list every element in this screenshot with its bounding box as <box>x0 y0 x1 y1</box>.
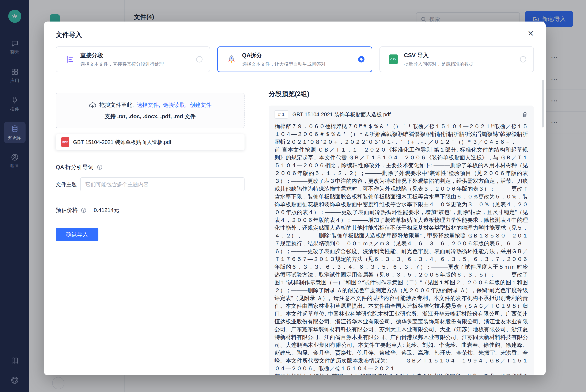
mode-title: QA拆分 <box>242 52 326 59</box>
price-value: 0.41214元 <box>94 206 119 214</box>
chunk-text: 㭵椊犛７９．０６０㮔椊犛㮸７０!“＃＄％＆＇（）＇＊㗇㭸／㮈１５１０４—２０２１… <box>275 122 528 375</box>
info-icon[interactable] <box>97 164 103 170</box>
link-fetch-link[interactable]: 链接读取, <box>163 101 187 109</box>
select-file-link[interactable]: 选择文件, <box>137 101 160 109</box>
rocket-icon <box>226 54 237 64</box>
mode-radio[interactable] <box>520 56 526 62</box>
help-icon[interactable] <box>81 207 87 213</box>
pdf-file-icon: PDF <box>61 137 69 147</box>
chunk-index-badge: # 1 <box>275 110 288 119</box>
price-label: 预估价格 <box>56 206 78 214</box>
mode-card-csv-import[interactable]: CSV CSV 导入 批量导入问答对，是最精准的数据 <box>379 46 534 72</box>
mode-desc: 选择文本文件，直接将其按分段进行处理 <box>80 61 164 67</box>
csv-file-icon: CSV <box>388 54 398 64</box>
mode-radio[interactable] <box>196 56 203 62</box>
preview-title: 分段预览(2组) <box>269 90 534 98</box>
mode-radio-selected[interactable] <box>358 56 364 62</box>
preview-chunk-card: # 1 GBT 15104-2021 装饰单板贴面人造板.pdf 㭵椊犛７９．０… <box>269 106 534 375</box>
topic-input[interactable] <box>80 177 245 191</box>
import-mode-cards: 直接分段 选择文本文件，直接将其按分段进行处理 QA拆分 选择文本文件，让大模型… <box>56 46 534 72</box>
uploaded-file-item[interactable]: PDF GBT 15104-2021 装饰单板贴面人造板.pdf <box>56 134 245 150</box>
mode-title: CSV 导入 <box>404 52 474 59</box>
mode-desc: 选择文本文件，让大模型自动生成问答对 <box>242 61 326 67</box>
qa-prompt-label: QA 拆分引导词 <box>56 164 94 171</box>
confirm-import-button[interactable]: 确认导入 <box>56 228 98 241</box>
modal-scrollbar[interactable] <box>542 80 544 128</box>
segment-icon <box>65 54 75 64</box>
cloud-upload-icon <box>89 101 96 109</box>
import-config-column: 拖拽文件至此, 选择文件, 链接读取, 创建文件 支持 .txt, .doc, … <box>56 81 245 375</box>
segment-preview-column: 分段预览(2组) # 1 GBT 15104-2021 装饰单板贴面人造板.pd… <box>269 81 534 375</box>
mode-card-qa-split[interactable]: QA拆分 选择文本文件，让大模型自动生成问答对 <box>217 46 372 72</box>
uploaded-file-name: GBT 15104-2021 装饰单板贴面人造板.pdf <box>73 139 171 146</box>
mode-title: 直接分段 <box>80 52 164 59</box>
file-dropzone[interactable]: 拖拽文件至此, 选择文件, 链接读取, 创建文件 支持 .txt, .doc, … <box>56 93 245 128</box>
dropzone-text: 拖拽文件至此, <box>99 101 134 109</box>
mode-card-direct-segment[interactable]: 直接分段 选择文本文件，直接将其按分段进行处理 <box>56 46 210 72</box>
close-icon[interactable]: ✕ <box>524 27 537 40</box>
create-file-link[interactable]: 创建文件 <box>190 101 212 109</box>
mode-desc: 批量导入问答对，是最精准的数据 <box>404 61 474 67</box>
modal-title: 文件导入 <box>44 22 546 39</box>
trash-icon[interactable] <box>521 111 528 118</box>
modal-body: 拖拽文件至此, 选择文件, 链接读取, 创建文件 支持 .txt, .doc, … <box>44 81 546 375</box>
supported-types-text: 支持 .txt, .doc, .docx, .pdf, .md 文件 <box>105 113 196 120</box>
chunk-file-name: GBT 15104-2021 装饰单板贴面人造板.pdf <box>292 111 391 118</box>
file-import-modal: ✕ 文件导入 直接分段 选择文本文件，直接将其按分段进行处理 <box>44 22 546 375</box>
topic-label: 文件主题 <box>56 181 80 188</box>
